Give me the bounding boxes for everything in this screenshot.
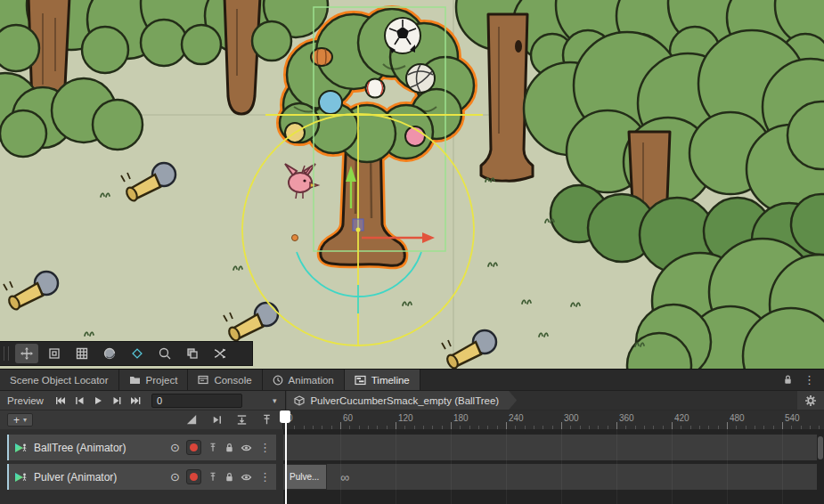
add-track-button[interactable]: + ▾ [7, 413, 33, 427]
clip-edit-button[interactable] [210, 413, 224, 427]
track-pin-button[interactable] [208, 471, 218, 483]
grid-tool-button[interactable] [70, 344, 94, 363]
timeline-options-dropdown[interactable]: ▾ [273, 396, 277, 405]
move-tool-button[interactable] [15, 344, 38, 363]
step-forward-button[interactable] [108, 393, 126, 409]
ruler-label: 360 [619, 413, 634, 423]
record-button[interactable] [186, 469, 201, 484]
tracks-area: BallTree (Animator) ⊙ [0, 429, 824, 504]
volleyball[interactable] [406, 64, 435, 93]
tab-console[interactable]: Console [188, 370, 262, 390]
tab-project[interactable]: Project [119, 370, 189, 390]
pin-markers-button[interactable] [260, 413, 273, 427]
toolstrip-grip[interactable] [4, 346, 9, 361]
play-button[interactable] [89, 393, 107, 409]
transport-controls [52, 393, 144, 409]
playhead-line[interactable] [285, 411, 287, 504]
curves-view-button[interactable] [185, 413, 199, 427]
ruler-label: 480 [730, 413, 745, 423]
animation-clip[interactable]: Pulve... [285, 464, 327, 490]
track-row: BallTree (Animator) ⊙ [0, 435, 824, 460]
breadcrumb-label: PulverCucumberSmack_empty (BallTree) [310, 395, 499, 406]
layers-icon [185, 346, 200, 361]
ruler-label: 300 [564, 413, 579, 423]
tab-label: Timeline [371, 375, 410, 386]
ruler-label: 540 [785, 413, 800, 423]
tab-options-kebab[interactable]: ⋮ [804, 374, 815, 386]
timeline-toolbar: Preview [0, 390, 824, 410]
timeline-settings-button[interactable] [797, 394, 824, 407]
binding-target-icon[interactable]: ⊙ [170, 471, 180, 483]
lock-icon [224, 443, 234, 453]
goto-end-button[interactable] [126, 393, 144, 409]
cube-icon [294, 395, 305, 406]
unity-editor-window: Scene Object Locator Project Console Ani… [0, 0, 824, 504]
timeline-ruler[interactable]: 060120180240300360420480540 [283, 411, 824, 429]
track-options-kebab[interactable]: ⋮ [259, 441, 271, 454]
step-back-button[interactable] [70, 393, 88, 409]
track-lock-button[interactable] [224, 472, 234, 483]
track-visibility-button[interactable] [241, 472, 252, 483]
track-visibility-button[interactable] [241, 443, 252, 453]
binding-target-icon[interactable]: ⊙ [170, 442, 180, 453]
track-lane-balltree[interactable] [283, 435, 817, 460]
blue-ball[interactable] [319, 91, 342, 114]
baseball[interactable] [366, 79, 385, 98]
scene-view[interactable] [0, 0, 824, 369]
ruler-label: 420 [674, 413, 689, 423]
shuffle-tool-button[interactable] [208, 344, 232, 363]
track-header-pulver[interactable]: Pulver (Animator) ⊙ [7, 464, 276, 490]
step-forward-icon [111, 396, 122, 405]
track-pin-button[interactable] [208, 442, 218, 453]
rect-transform-icon [47, 346, 61, 361]
step-back-icon [74, 396, 85, 405]
zoom-tool-button[interactable] [153, 344, 176, 363]
infinite-clip-icon: ∞ [340, 464, 349, 490]
soccer-ball[interactable] [385, 18, 420, 53]
pin-icon [208, 442, 218, 453]
scene-toolstrip [0, 341, 253, 366]
breadcrumb: PulverCucumberSmack_empty (BallTree) [285, 391, 797, 410]
panel-tab-bar: Scene Object Locator Project Console Ani… [0, 369, 824, 390]
sphere-icon [102, 346, 117, 361]
animator-track-icon [13, 441, 28, 455]
track-name: Pulver (Animator) [34, 471, 164, 484]
tab-label: Project [146, 375, 178, 386]
tracks-scrollbar[interactable] [818, 436, 823, 459]
breadcrumb-item[interactable]: PulverCucumberSmack_empty (BallTree) [286, 391, 517, 410]
track-lock-button[interactable] [224, 443, 234, 453]
record-button[interactable] [186, 440, 201, 455]
rect-transform-tool-button[interactable] [43, 344, 66, 363]
preview-toggle-button[interactable]: Preview [0, 395, 52, 406]
tab-scene-object-locator[interactable]: Scene Object Locator [0, 370, 119, 390]
lock-icon[interactable] [783, 374, 793, 386]
lock-icon [224, 472, 234, 483]
track-header-balltree[interactable]: BallTree (Animator) ⊙ [7, 435, 276, 460]
frame-insert-button[interactable] [235, 413, 249, 427]
track-options-kebab[interactable]: ⋮ [259, 470, 271, 484]
playhead-handle[interactable] [280, 411, 290, 423]
animator-track-icon [13, 470, 28, 484]
tab-label: Scene Object Locator [10, 375, 109, 386]
track-name: BallTree (Animator) [34, 442, 164, 454]
track-row: Pulver (Animator) ⊙ [0, 464, 824, 490]
tab-animation[interactable]: Animation [263, 370, 345, 390]
sphere-tool-button[interactable] [98, 344, 121, 363]
tile-palette-icon [130, 346, 144, 361]
folder-icon [129, 375, 141, 385]
goto-start-button[interactable] [52, 393, 69, 409]
clock-icon [273, 375, 283, 386]
pivot-dot [292, 235, 298, 241]
layers-tool-button[interactable] [181, 344, 204, 363]
scene-viewport[interactable] [0, 0, 824, 369]
record-dot-icon [190, 443, 198, 451]
track-lane-pulver[interactable]: Pulve... ∞ [283, 464, 817, 490]
zoom-icon [158, 346, 172, 361]
console-icon [198, 375, 208, 385]
tab-timeline[interactable]: Timeline [345, 370, 420, 390]
gear-icon [804, 394, 817, 407]
grid-icon [75, 346, 89, 361]
frame-field[interactable]: 0 [151, 394, 242, 408]
tile-palette-tool-button[interactable] [126, 344, 149, 363]
shuffle-icon [213, 346, 227, 361]
